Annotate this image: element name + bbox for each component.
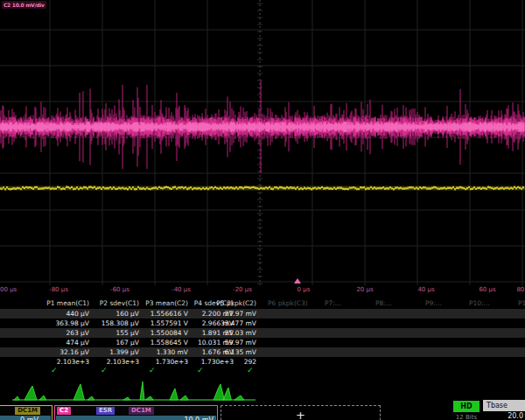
hd-mode-badge[interactable]: HD: [453, 401, 480, 412]
add-trace-button[interactable]: +: [220, 405, 381, 420]
waveform-display: [0, 0, 525, 285]
time-axis-label: 20 µs: [349, 286, 381, 293]
measurement-column-header-empty[interactable]: P9:...: [425, 299, 442, 308]
histogram-trace[interactable]: [14, 382, 244, 400]
histogram-strip: [0, 376, 525, 402]
measurement-status-ok-icon: ✓: [197, 366, 204, 374]
trace-annotation-badge: C2 10.0 mV/div: [2, 1, 46, 9]
c1-vdiv-value: 0 mV: [0, 416, 51, 420]
timebase-box[interactable]: Tbase: [483, 400, 525, 411]
oscilloscope-screen: C2 10.0 mV/div DC1M 0 mV C2 ESR DC1M 10.…: [0, 0, 525, 420]
graticule-grid: [0, 0, 525, 285]
measurement-value: 33.477 mV: [178, 319, 256, 328]
measurement-value: 27.97 mV: [178, 310, 256, 318]
hd-resolution-label: 12 Bits: [448, 414, 485, 420]
c1-channel-box[interactable]: DC1M 0 mV: [0, 405, 52, 420]
time-axis-label: 40 µs: [410, 286, 442, 293]
time-axis-label: -80 µs: [43, 286, 74, 293]
time-axis-label: 60 µs: [472, 286, 503, 293]
graticule-center-ticks: [257, 4, 262, 284]
time-axis-label: 80 µs: [509, 286, 525, 293]
c2-esr-badge: ESR: [96, 407, 115, 415]
time-axis-label: -60 µs: [104, 286, 136, 293]
c2-channel-box[interactable]: C2 ESR DC1M 10.0 mV: [54, 405, 218, 420]
time-axis-label: -20 µs: [227, 286, 258, 293]
c2-vdiv-value: 10.0 mV: [56, 416, 216, 420]
measurement-value: 25.03 mV: [178, 329, 256, 338]
c2-label-badge: C2: [57, 407, 71, 415]
measurement-column-header-empty[interactable]: P7:...: [325, 299, 341, 308]
measurement-status-ok-icon: ✓: [247, 366, 254, 374]
measurement-column-header-empty[interactable]: P8:...: [375, 299, 392, 308]
time-axis-label: 0 µs: [288, 286, 319, 293]
c2-coupling-badge: DC1M: [129, 407, 154, 415]
measurement-column-header[interactable]: P5 pkpk(C2): [186, 299, 256, 308]
time-axis-label: 00 µs: [0, 286, 17, 293]
timebase-value: 20.0: [486, 412, 523, 420]
measurement-value: 6.135 mV: [178, 348, 256, 357]
measurement-value: 292: [178, 358, 256, 367]
trigger-time-marker-icon[interactable]: [294, 278, 301, 284]
measurement-status-ok-icon: ✓: [101, 366, 108, 374]
time-axis-label: -40 µs: [165, 286, 197, 293]
measurement-value: 59.97 mV: [178, 339, 256, 347]
measurement-status-ok-icon: ✓: [51, 366, 58, 374]
measurement-column-header-empty[interactable]: P11: [518, 299, 525, 308]
measurement-column-header-empty[interactable]: P6 pkpk(C3): [268, 299, 308, 308]
measurement-status-ok-icon: ✓: [149, 366, 156, 374]
c1-coupling-badge: DC1M: [15, 407, 40, 415]
measurement-column-header-empty[interactable]: P10:...: [469, 299, 490, 308]
